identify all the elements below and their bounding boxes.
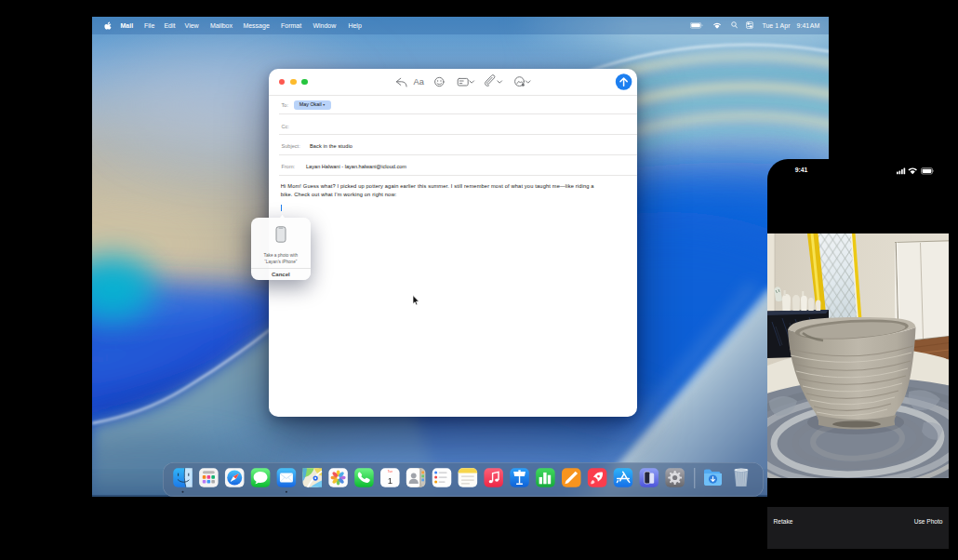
svg-text:Aa: Aa <box>414 77 425 87</box>
svg-text:Tue: Tue <box>387 470 392 473</box>
svg-text:1: 1 <box>387 474 392 485</box>
